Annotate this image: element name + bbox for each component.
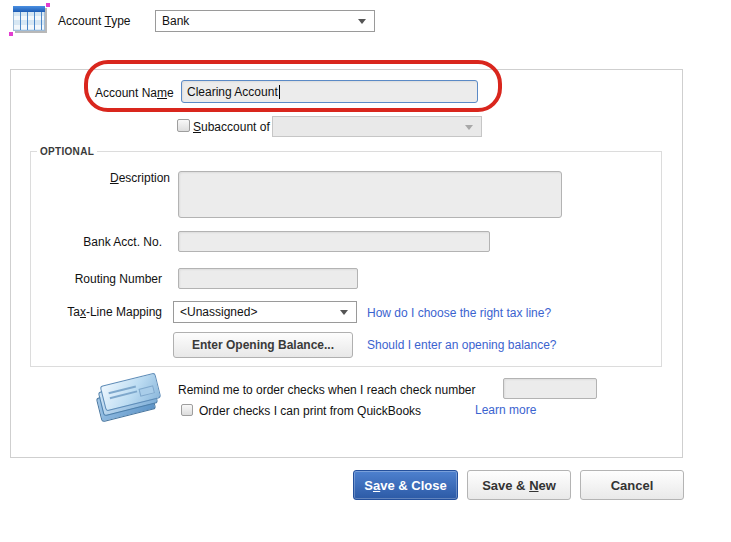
chevron-down-icon: [358, 19, 366, 24]
routing-number-input[interactable]: [178, 268, 358, 289]
subaccount-checkbox[interactable]: [177, 119, 190, 132]
description-label: Description: [48, 171, 170, 185]
chevron-down-icon: [465, 125, 473, 130]
account-type-value: Bank: [162, 14, 189, 28]
order-checks-checkbox[interactable]: [181, 404, 193, 416]
account-register-icon: [12, 5, 48, 34]
order-checks-label: Order checks I can print from QuickBooks: [199, 404, 421, 418]
account-name-value: Clearing Account: [187, 85, 278, 99]
cancel-button[interactable]: Cancel: [580, 470, 684, 500]
bank-acct-no-label: Bank Acct. No.: [40, 235, 162, 249]
bank-acct-no-input[interactable]: [178, 231, 490, 252]
enter-opening-balance-button[interactable]: Enter Opening Balance...: [173, 332, 353, 358]
subaccount-dropdown: [272, 116, 482, 137]
account-name-label: Account Name: [95, 86, 174, 100]
tax-line-help-link[interactable]: How do I choose the right tax line?: [367, 306, 551, 320]
check-number-input[interactable]: [503, 378, 597, 399]
chevron-down-icon: [340, 310, 348, 315]
remind-checks-label: Remind me to order checks when I reach c…: [178, 383, 475, 397]
text-caret: [279, 85, 280, 99]
routing-number-label: Routing Number: [40, 272, 162, 286]
tax-line-mapping-value: <Unassigned>: [180, 305, 257, 319]
checkbook-icon: [96, 376, 162, 426]
description-textarea[interactable]: [178, 171, 562, 218]
account-name-input[interactable]: Clearing Account: [181, 80, 478, 103]
optional-legend: OPTIONAL: [37, 146, 97, 157]
tax-line-mapping-dropdown[interactable]: <Unassigned>: [173, 301, 357, 323]
opening-balance-help-link[interactable]: Should I enter an opening balance?: [367, 338, 557, 352]
account-type-dropdown[interactable]: Bank: [155, 10, 375, 32]
save-and-close-button[interactable]: Save & Close: [353, 470, 458, 500]
subaccount-label: Subaccount of: [193, 120, 270, 134]
save-and-new-button[interactable]: Save & New: [467, 470, 571, 500]
account-type-label: Account Type: [58, 14, 131, 28]
learn-more-link[interactable]: Learn more: [475, 403, 536, 417]
tax-line-mapping-label: Tax-Line Mapping: [40, 305, 162, 319]
add-new-account-window: Account Type Bank Account Name Clearing …: [0, 0, 731, 542]
